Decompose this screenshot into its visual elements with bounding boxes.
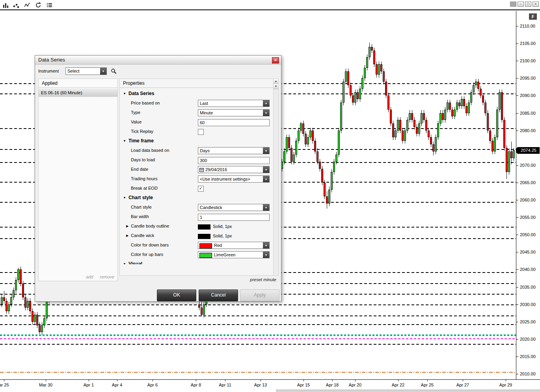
section-visual[interactable]: ▼Visual: [120, 259, 274, 264]
add-series-link[interactable]: add: [86, 274, 93, 279]
value-input[interactable]: [198, 119, 270, 126]
time-label: Mar 30: [39, 383, 52, 387]
mini-chart-icon[interactable]: [13, 2, 20, 9]
candle-up: [435, 137, 437, 151]
scroll-down-icon[interactable]: ▼: [274, 84, 278, 89]
trading-hours-select[interactable]: <Use instrument settings>▼: [198, 175, 270, 183]
ok-button[interactable]: OK: [157, 289, 196, 301]
search-icon[interactable]: [111, 68, 117, 74]
cancel-button[interactable]: Cancel: [199, 289, 238, 301]
candle-up: [17, 269, 19, 280]
data-series-dialog: Data Series × Instrument Select ▼ Applie…: [35, 55, 281, 302]
price-label: 2035.00: [520, 285, 536, 289]
close-icon[interactable]: ×: [272, 57, 279, 63]
remove-series-link[interactable]: remove: [100, 274, 114, 279]
price-tick: [516, 357, 518, 357]
candle-down: [39, 325, 41, 332]
candle-up: [395, 131, 397, 137]
property-label: Color for down bars: [131, 243, 169, 247]
candle-up: [335, 155, 337, 162]
property-control: [198, 213, 270, 220]
instrument-select[interactable]: Select ▼: [65, 67, 107, 75]
refresh-icon[interactable]: [35, 2, 42, 9]
apply-button[interactable]: Apply: [240, 289, 279, 301]
time-tick: [196, 380, 196, 381]
candle-up: [15, 280, 17, 290]
property-label: Load data based on: [131, 148, 169, 153]
candle-down: [319, 162, 321, 169]
candle-up: [13, 290, 15, 297]
property-row-color-for-up-bars: Color for up barsLimeGreen▼: [120, 250, 274, 259]
break-at-eod-checkbox[interactable]: ✓: [198, 186, 204, 192]
restore-button[interactable]: □: [525, 2, 531, 7]
property-control: Solid, 1px: [198, 223, 270, 230]
calendar-icon: [199, 168, 204, 172]
properties-scrollbar[interactable]: ▲ ▼: [273, 79, 278, 275]
scroll-up-icon[interactable]: ▲: [274, 79, 278, 84]
property-control: ✓: [198, 185, 270, 192]
list-icon[interactable]: [46, 2, 53, 9]
time-tick: [398, 380, 398, 381]
time-label: ar 25: [0, 383, 9, 387]
candle-down: [376, 64, 378, 75]
end-date-select[interactable]: 29/04/2016▼: [198, 166, 270, 173]
time-axis[interactable]: ar 25Mar 30Apr 1Apr 4Apr 6Apr 8Apr 11Apr…: [0, 379, 540, 392]
property-label: Color for up bars: [131, 252, 163, 257]
property-control: <Use instrument settings>▼: [198, 175, 270, 183]
candle-down: [29, 301, 31, 311]
candle-down: [399, 120, 401, 131]
price-tick: [516, 95, 518, 96]
property-row-chart-style: Chart styleCandlestick▼: [120, 203, 274, 212]
candle-up: [454, 110, 456, 116]
chevron-down-icon: ▼: [263, 176, 269, 182]
bar-width-input[interactable]: [198, 214, 270, 221]
price-label: 2010.00: [520, 371, 536, 376]
property-row-tick-replay: Tick Replay: [120, 127, 274, 136]
time-label: Apr 25: [421, 383, 434, 387]
candle-up: [338, 131, 340, 155]
triangle-right-icon[interactable]: ▶: [126, 224, 128, 228]
minimize-button[interactable]: –: [518, 2, 524, 7]
chart-style-value: Candlestick: [200, 205, 262, 210]
color-for-up-bars-select[interactable]: LimeGreen▼: [198, 251, 270, 258]
section-chart-style[interactable]: ▼Chart style: [120, 193, 274, 203]
section-time-frame[interactable]: ▼Time frame: [120, 136, 274, 146]
load-data-based-on-select[interactable]: Days▼: [198, 147, 270, 154]
window-fill-button[interactable]: [510, 2, 516, 7]
property-label: Candle body outline: [131, 224, 169, 228]
horizontal-scrollbar[interactable]: [276, 390, 540, 392]
candle-up: [437, 123, 439, 137]
days-to-load-input[interactable]: [198, 157, 270, 164]
chart-style-select[interactable]: Candlestick▼: [198, 204, 270, 211]
candle-wick-style[interactable]: Solid, 1px: [198, 232, 270, 241]
candle-body-outline-style[interactable]: Solid, 1px: [198, 223, 270, 231]
price-label: 2060.00: [520, 198, 536, 202]
candle-up: [10, 297, 12, 304]
tick-replay-checkbox[interactable]: [198, 129, 204, 135]
price-tick: [516, 78, 518, 78]
time-label: Apr 1: [84, 383, 94, 387]
type-select[interactable]: Minute▼: [198, 109, 270, 116]
candle-up: [406, 120, 408, 131]
applied-series-item[interactable]: ES 06-16 (60 Minute): [39, 89, 117, 97]
time-label: Apr 8: [191, 383, 201, 387]
section-data-series[interactable]: ▼Data Series: [120, 89, 274, 99]
candle-down: [428, 131, 430, 137]
price-axis[interactable]: F 2074.25 2110.002105.002100.002095.0020…: [516, 11, 540, 379]
candle-down: [22, 284, 24, 297]
price-based-on-select[interactable]: Last▼: [198, 100, 270, 107]
candle-up: [421, 113, 423, 123]
candle-up: [307, 137, 309, 144]
triangle-right-icon[interactable]: ▶: [126, 234, 128, 237]
color-for-down-bars-select[interactable]: Red▼: [198, 242, 270, 249]
candle-down: [324, 183, 326, 196]
bar-chart-icon[interactable]: [2, 2, 9, 9]
candle-down: [482, 95, 484, 103]
chevron-down-icon: ▼: [263, 204, 269, 211]
panel-label: F: [529, 13, 537, 20]
close-window-button[interactable]: ×: [533, 2, 539, 7]
dialog-title-bar[interactable]: Data Series ×: [35, 56, 281, 65]
price-tick: [516, 269, 518, 270]
line-style-swatch: [198, 224, 210, 230]
line-chart-icon[interactable]: [24, 2, 31, 9]
